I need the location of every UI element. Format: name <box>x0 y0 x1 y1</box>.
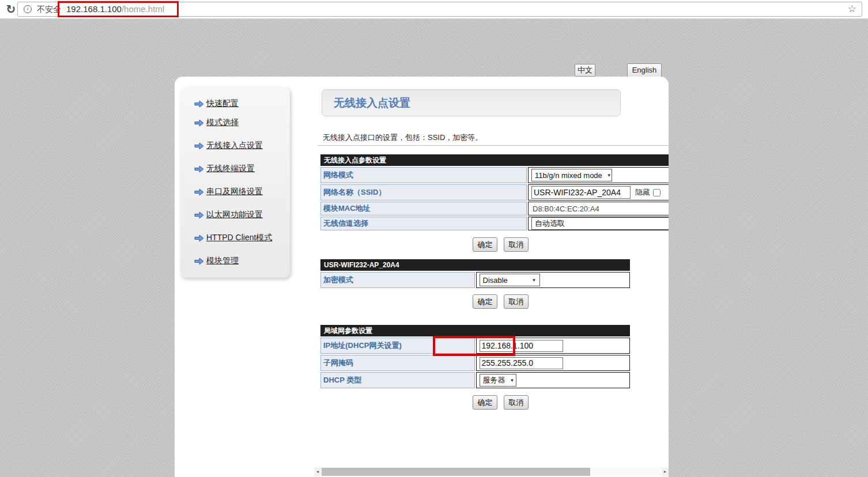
sidebar-item-label: HTTPD Client模式 <box>206 233 272 243</box>
encryption-table-header: USR-WIFI232-AP_20A4 <box>320 259 630 271</box>
encryption-table: USR-WIFI232-AP_20A4 加密模式 Disable ▼ <box>319 258 633 292</box>
ssid-label: 网络名称（SSID） <box>320 184 527 200</box>
lan-ok-button[interactable]: 确定 <box>473 395 497 410</box>
channel-label: 无线信道选择 <box>320 217 527 230</box>
sidebar-item-wireless-sta[interactable]: 无线终端设置 <box>194 163 255 175</box>
dropdown-arrow-icon: ▼ <box>510 378 515 383</box>
arrow-right-icon <box>194 100 204 108</box>
arrow-right-icon <box>194 119 204 127</box>
ap-cancel-button[interactable]: 取消 <box>504 237 529 252</box>
scrollbar-thumb[interactable] <box>322 468 590 476</box>
table-header-row: 局域网参数设置 <box>320 325 630 336</box>
lan-table-header: 局域网参数设置 <box>320 325 630 336</box>
arrow-right-icon <box>194 142 204 150</box>
sidebar-item-label: 以太网功能设置 <box>206 210 263 220</box>
channel-select[interactable]: 自动选取 ▼ <box>531 217 669 230</box>
dhcp-type-select[interactable]: 服务器 ▼ <box>480 374 516 387</box>
page-title: 无线接入点设置 <box>334 90 410 116</box>
ap-table-header: 无线接入点参数设置 <box>320 154 669 166</box>
sidebar <box>180 87 290 278</box>
url-text[interactable]: 192.168.1.100/home.html <box>66 2 164 16</box>
channel-row: 无线信道选择 自动选取 ▼ <box>320 217 669 230</box>
encryption-mode-value: Disable <box>483 276 508 285</box>
ap-settings-table: 无线接入点参数设置 网络模式 11b/g/n mixed mode ▼ 网络名称… <box>319 153 669 233</box>
encryption-ok-button[interactable]: 确定 <box>473 294 497 309</box>
mac-label: 模块MAC地址 <box>320 202 527 215</box>
arrow-right-icon <box>194 258 204 265</box>
dhcp-type-row: DHCP 类型 服务器 ▼ <box>320 372 630 388</box>
sidebar-item-ethernet[interactable]: 以太网功能设置 <box>194 209 263 221</box>
sidebar-item-mode-select[interactable]: 模式选择 <box>194 117 239 128</box>
info-icon[interactable]: i <box>24 5 32 13</box>
scroll-right-icon[interactable]: ► <box>662 467 669 476</box>
ip-address-row: IP地址(DHCP网关设置) <box>320 338 630 354</box>
lan-cancel-button[interactable]: 取消 <box>504 395 529 410</box>
encryption-mode-row: 加密模式 Disable ▼ <box>320 272 630 288</box>
encryption-cancel-button[interactable]: 取消 <box>504 294 529 309</box>
language-chinese-button[interactable]: 中文 <box>575 64 595 77</box>
sidebar-item-label: 模式选择 <box>206 118 239 128</box>
horizontal-scrollbar[interactable]: ◄ ► <box>314 467 669 476</box>
sidebar-item-httpd-client[interactable]: HTTPD Client模式 <box>194 232 272 244</box>
encryption-mode-label: 加密模式 <box>320 272 475 288</box>
network-mode-value: 11b/g/n mixed mode <box>535 171 602 180</box>
network-mode-select[interactable]: 11b/g/n mixed mode ▼ <box>531 169 612 181</box>
dropdown-arrow-icon: ▼ <box>607 173 612 178</box>
table-header-row: USR-WIFI232-AP_20A4 <box>320 259 630 271</box>
arrow-right-icon <box>194 165 204 173</box>
arrow-right-icon <box>194 234 204 242</box>
channel-value: 自动选取 <box>535 218 565 229</box>
sidebar-item-label: 快速配置 <box>206 99 239 109</box>
url-path: /home.html <box>122 4 164 14</box>
encryption-mode-select[interactable]: Disable ▼ <box>480 274 540 286</box>
dropdown-arrow-icon: ▼ <box>532 278 537 283</box>
page-description: 无线接入点接口的设置，包括：SSID，加密等。 <box>323 132 482 143</box>
mac-value: D8:B0:4C:EC:20:A4 <box>533 205 599 213</box>
ip-address-input[interactable] <box>480 340 563 352</box>
network-mode-row: 网络模式 11b/g/n mixed mode ▼ <box>320 167 669 183</box>
sidebar-item-module-admin[interactable]: 模块管理 <box>194 255 239 267</box>
sidebar-item-wireless-ap[interactable]: 无线接入点设置 <box>194 140 263 152</box>
page-title-box: 无线接入点设置 <box>322 89 621 116</box>
browser-toolbar: ↻ i 不安全 192.168.1.100/home.html ☆ <box>0 0 868 19</box>
address-bar[interactable]: i 不安全 192.168.1.100/home.html ☆ <box>17 2 862 17</box>
table-header-row: 无线接入点参数设置 <box>320 154 669 166</box>
hide-ssid-checkbox[interactable] <box>653 189 661 196</box>
subnet-mask-input[interactable] <box>480 357 563 369</box>
subnet-mask-label: 子网掩码 <box>320 355 475 371</box>
reload-icon[interactable]: ↻ <box>4 2 18 17</box>
scroll-left-icon[interactable]: ◄ <box>314 467 321 476</box>
security-status-label: 不安全 <box>37 2 61 16</box>
mac-row: 模块MAC地址 D8:B0:4C:EC:20:A4 <box>320 202 669 215</box>
sidebar-item-uart-network[interactable]: 串口及网络设置 <box>194 186 263 198</box>
arrow-right-icon <box>194 188 204 196</box>
sidebar-item-label: 无线接入点设置 <box>206 141 263 151</box>
sidebar-item-quick-config[interactable]: 快速配置 <box>194 98 239 109</box>
bookmark-star-icon[interactable]: ☆ <box>848 3 856 15</box>
url-host: 192.168.1.100 <box>66 4 122 14</box>
ap-ok-button[interactable]: 确定 <box>473 237 497 252</box>
dhcp-type-value: 服务器 <box>483 375 505 385</box>
ssid-input[interactable] <box>531 186 631 199</box>
ip-address-label: IP地址(DHCP网关设置) <box>320 338 475 354</box>
dhcp-type-label: DHCP 类型 <box>320 372 475 388</box>
sidebar-item-label: 无线终端设置 <box>206 164 255 174</box>
arrow-right-icon <box>194 211 204 219</box>
hide-ssid-label: 隐藏 <box>635 187 650 198</box>
sidebar-item-label: 模块管理 <box>206 256 239 266</box>
divider <box>318 145 669 146</box>
ssid-row: 网络名称（SSID） 隐藏 <box>320 184 669 200</box>
sidebar-item-label: 串口及网络设置 <box>206 187 263 197</box>
lan-settings-table: 局域网参数设置 IP地址(DHCP网关设置) 子网掩码 DHCP 类型 服务器 … <box>319 324 633 392</box>
subnet-mask-row: 子网掩码 <box>320 355 630 371</box>
language-english-button[interactable]: English <box>627 63 662 77</box>
network-mode-label: 网络模式 <box>320 167 527 183</box>
